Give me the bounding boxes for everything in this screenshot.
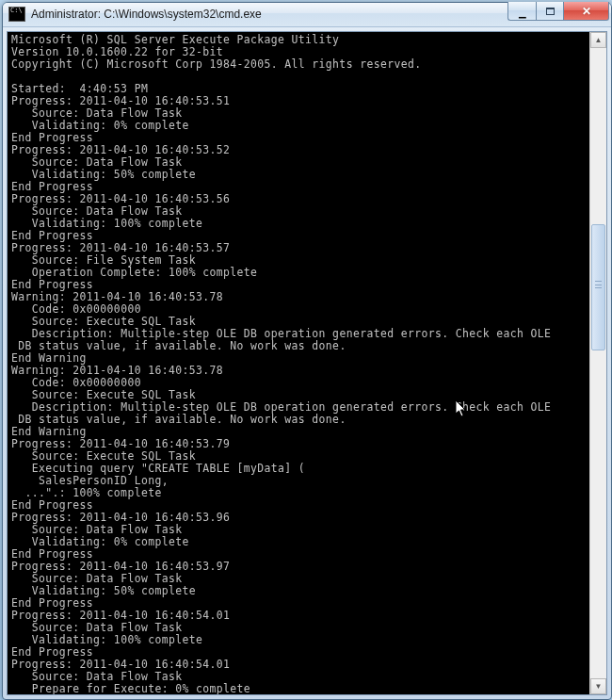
maximize-button[interactable]	[536, 2, 564, 21]
desktop-background: Administrator: C:\Windows\system32\cmd.e…	[0, 0, 612, 700]
close-button[interactable]: ✕	[564, 2, 609, 21]
cmd-window: Administrator: C:\Windows\system32\cmd.e…	[2, 2, 612, 700]
scroll-grip-icon	[595, 281, 602, 288]
client-area: Microsoft (R) SQL Server Execute Package…	[7, 31, 607, 695]
scroll-track[interactable]	[590, 48, 606, 678]
close-icon: ✕	[582, 6, 591, 17]
chevron-down-icon: ▼	[595, 682, 603, 691]
scroll-thumb[interactable]	[591, 224, 605, 350]
console-output[interactable]: Microsoft (R) SQL Server Execute Package…	[8, 32, 589, 694]
window-controls: ▁ ✕	[507, 2, 609, 21]
minimize-button[interactable]: ▁	[507, 2, 536, 21]
chevron-up-icon: ▲	[595, 36, 603, 44]
scroll-up-button[interactable]: ▲	[590, 32, 606, 48]
cmd-icon	[8, 7, 25, 22]
maximize-icon	[546, 8, 555, 15]
vertical-scrollbar[interactable]: ▲ ▼	[589, 32, 606, 694]
scroll-down-button[interactable]: ▼	[590, 678, 606, 694]
titlebar[interactable]: Administrator: C:\Windows\system32\cmd.e…	[3, 3, 611, 27]
minimize-icon: ▁	[519, 8, 526, 18]
window-title: Administrator: C:\Windows\system32\cmd.e…	[31, 8, 507, 21]
